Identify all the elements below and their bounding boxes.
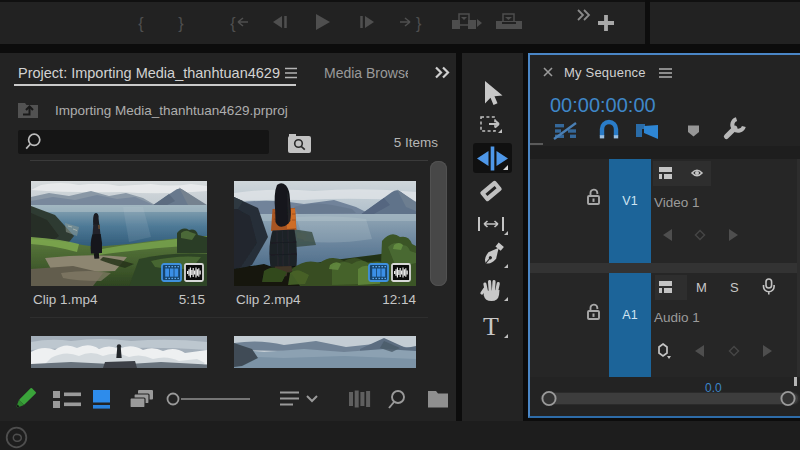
svg-text:{: { bbox=[138, 15, 144, 32]
svg-text:S: S bbox=[730, 280, 739, 295]
svg-text:}: } bbox=[178, 15, 184, 32]
svg-text:T: T bbox=[483, 312, 499, 341]
svg-text:M: M bbox=[696, 280, 707, 295]
svg-text:}: } bbox=[416, 15, 422, 32]
svg-text:{: { bbox=[230, 15, 236, 32]
